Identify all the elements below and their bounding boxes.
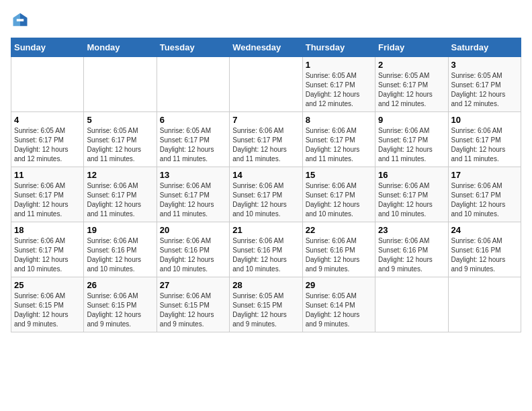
day-number: 29 bbox=[306, 280, 372, 290]
calendar-cell: 18Sunrise: 6:06 AM Sunset: 6:17 PM Dayli… bbox=[11, 222, 84, 277]
calendar-cell: 24Sunrise: 6:06 AM Sunset: 6:16 PM Dayli… bbox=[448, 222, 521, 277]
day-number: 11 bbox=[14, 170, 81, 180]
calendar-cell: 6Sunrise: 6:05 AM Sunset: 6:17 PM Daylig… bbox=[157, 112, 229, 167]
day-info: Sunrise: 6:05 AM Sunset: 6:17 PM Dayligh… bbox=[378, 71, 445, 109]
day-number: 6 bbox=[160, 115, 226, 125]
day-info: Sunrise: 6:06 AM Sunset: 6:16 PM Dayligh… bbox=[87, 236, 153, 274]
column-header-thursday: Thursday bbox=[302, 38, 375, 57]
day-number: 20 bbox=[160, 225, 226, 235]
day-info: Sunrise: 6:05 AM Sunset: 6:17 PM Dayligh… bbox=[87, 126, 153, 164]
day-number: 26 bbox=[87, 280, 153, 290]
calendar-cell: 5Sunrise: 6:05 AM Sunset: 6:17 PM Daylig… bbox=[84, 112, 157, 167]
calendar-cell bbox=[375, 277, 448, 332]
day-number: 13 bbox=[160, 170, 226, 180]
calendar-week-row: 1Sunrise: 6:05 AM Sunset: 6:17 PM Daylig… bbox=[11, 57, 521, 112]
calendar-cell: 14Sunrise: 6:06 AM Sunset: 6:17 PM Dayli… bbox=[230, 167, 302, 222]
calendar-cell: 29Sunrise: 6:05 AM Sunset: 6:14 PM Dayli… bbox=[302, 277, 375, 332]
day-info: Sunrise: 6:06 AM Sunset: 6:17 PM Dayligh… bbox=[378, 126, 445, 164]
day-number: 21 bbox=[232, 225, 299, 235]
day-info: Sunrise: 6:05 AM Sunset: 6:15 PM Dayligh… bbox=[232, 291, 299, 329]
day-number: 23 bbox=[378, 225, 445, 235]
calendar-cell: 19Sunrise: 6:06 AM Sunset: 6:16 PM Dayli… bbox=[84, 222, 157, 277]
day-number: 28 bbox=[232, 280, 299, 290]
day-number: 19 bbox=[87, 225, 153, 235]
calendar-cell: 25Sunrise: 6:06 AM Sunset: 6:15 PM Dayli… bbox=[11, 277, 84, 332]
day-info: Sunrise: 6:06 AM Sunset: 6:17 PM Dayligh… bbox=[306, 126, 372, 164]
calendar-cell: 15Sunrise: 6:06 AM Sunset: 6:17 PM Dayli… bbox=[302, 167, 375, 222]
column-header-monday: Monday bbox=[84, 38, 157, 57]
day-info: Sunrise: 6:06 AM Sunset: 6:15 PM Dayligh… bbox=[87, 291, 153, 329]
calendar-cell: 13Sunrise: 6:06 AM Sunset: 6:17 PM Dayli… bbox=[157, 167, 229, 222]
logo bbox=[11, 11, 32, 30]
svg-marker-1 bbox=[13, 13, 21, 26]
logo-icon bbox=[11, 11, 30, 30]
day-info: Sunrise: 6:06 AM Sunset: 6:15 PM Dayligh… bbox=[14, 291, 81, 329]
calendar-cell: 26Sunrise: 6:06 AM Sunset: 6:15 PM Dayli… bbox=[84, 277, 157, 332]
calendar-cell: 9Sunrise: 6:06 AM Sunset: 6:17 PM Daylig… bbox=[375, 112, 448, 167]
day-info: Sunrise: 6:05 AM Sunset: 6:17 PM Dayligh… bbox=[14, 126, 81, 164]
calendar-cell: 3Sunrise: 6:05 AM Sunset: 6:17 PM Daylig… bbox=[448, 57, 521, 112]
calendar-week-row: 4Sunrise: 6:05 AM Sunset: 6:17 PM Daylig… bbox=[11, 112, 521, 167]
day-number: 15 bbox=[306, 170, 372, 180]
calendar-cell: 1Sunrise: 6:05 AM Sunset: 6:17 PM Daylig… bbox=[302, 57, 375, 112]
calendar-cell bbox=[11, 57, 84, 112]
column-header-friday: Friday bbox=[375, 38, 448, 57]
day-number: 24 bbox=[451, 225, 518, 235]
day-number: 5 bbox=[87, 115, 153, 125]
calendar-cell: 12Sunrise: 6:06 AM Sunset: 6:17 PM Dayli… bbox=[84, 167, 157, 222]
column-header-sunday: Sunday bbox=[11, 38, 84, 57]
day-number: 2 bbox=[378, 60, 445, 70]
day-info: Sunrise: 6:06 AM Sunset: 6:17 PM Dayligh… bbox=[451, 126, 518, 164]
calendar-header-row: SundayMondayTuesdayWednesdayThursdayFrid… bbox=[11, 38, 521, 57]
day-info: Sunrise: 6:06 AM Sunset: 6:17 PM Dayligh… bbox=[451, 181, 518, 219]
day-info: Sunrise: 6:06 AM Sunset: 6:17 PM Dayligh… bbox=[14, 181, 81, 219]
calendar-cell bbox=[448, 277, 521, 332]
day-number: 10 bbox=[451, 115, 518, 125]
day-info: Sunrise: 6:06 AM Sunset: 6:17 PM Dayligh… bbox=[160, 181, 226, 219]
calendar-cell bbox=[157, 57, 229, 112]
calendar-cell: 10Sunrise: 6:06 AM Sunset: 6:17 PM Dayli… bbox=[448, 112, 521, 167]
column-header-tuesday: Tuesday bbox=[157, 38, 229, 57]
calendar-cell: 21Sunrise: 6:06 AM Sunset: 6:16 PM Dayli… bbox=[230, 222, 302, 277]
day-info: Sunrise: 6:06 AM Sunset: 6:16 PM Dayligh… bbox=[306, 236, 372, 274]
calendar-cell: 23Sunrise: 6:06 AM Sunset: 6:16 PM Dayli… bbox=[375, 222, 448, 277]
calendar-cell: 8Sunrise: 6:06 AM Sunset: 6:17 PM Daylig… bbox=[302, 112, 375, 167]
day-number: 14 bbox=[232, 170, 299, 180]
day-info: Sunrise: 6:06 AM Sunset: 6:15 PM Dayligh… bbox=[160, 291, 226, 329]
day-info: Sunrise: 6:06 AM Sunset: 6:16 PM Dayligh… bbox=[160, 236, 226, 274]
calendar-cell: 28Sunrise: 6:05 AM Sunset: 6:15 PM Dayli… bbox=[230, 277, 302, 332]
calendar-cell: 20Sunrise: 6:06 AM Sunset: 6:16 PM Dayli… bbox=[157, 222, 229, 277]
day-info: Sunrise: 6:05 AM Sunset: 6:14 PM Dayligh… bbox=[306, 291, 372, 329]
day-info: Sunrise: 6:06 AM Sunset: 6:16 PM Dayligh… bbox=[232, 236, 299, 274]
calendar-table: SundayMondayTuesdayWednesdayThursdayFrid… bbox=[11, 38, 521, 332]
calendar-week-row: 25Sunrise: 6:06 AM Sunset: 6:15 PM Dayli… bbox=[11, 277, 521, 332]
day-info: Sunrise: 6:06 AM Sunset: 6:17 PM Dayligh… bbox=[306, 181, 372, 219]
day-number: 1 bbox=[306, 60, 372, 70]
day-number: 9 bbox=[378, 115, 445, 125]
day-info: Sunrise: 6:05 AM Sunset: 6:17 PM Dayligh… bbox=[160, 126, 226, 164]
day-number: 4 bbox=[14, 115, 81, 125]
calendar-cell bbox=[230, 57, 302, 112]
day-number: 12 bbox=[87, 170, 153, 180]
day-number: 16 bbox=[378, 170, 445, 180]
day-number: 18 bbox=[14, 225, 81, 235]
day-info: Sunrise: 6:06 AM Sunset: 6:17 PM Dayligh… bbox=[232, 126, 299, 164]
calendar-cell: 7Sunrise: 6:06 AM Sunset: 6:17 PM Daylig… bbox=[230, 112, 302, 167]
calendar-cell: 2Sunrise: 6:05 AM Sunset: 6:17 PM Daylig… bbox=[375, 57, 448, 112]
day-number: 27 bbox=[160, 280, 226, 290]
calendar-cell: 22Sunrise: 6:06 AM Sunset: 6:16 PM Dayli… bbox=[302, 222, 375, 277]
day-info: Sunrise: 6:06 AM Sunset: 6:17 PM Dayligh… bbox=[14, 236, 81, 274]
calendar-cell: 17Sunrise: 6:06 AM Sunset: 6:17 PM Dayli… bbox=[448, 167, 521, 222]
day-info: Sunrise: 6:05 AM Sunset: 6:17 PM Dayligh… bbox=[451, 71, 518, 109]
day-info: Sunrise: 6:06 AM Sunset: 6:16 PM Dayligh… bbox=[378, 236, 445, 274]
column-header-wednesday: Wednesday bbox=[230, 38, 302, 57]
day-info: Sunrise: 6:06 AM Sunset: 6:16 PM Dayligh… bbox=[451, 236, 518, 274]
calendar-cell: 27Sunrise: 6:06 AM Sunset: 6:15 PM Dayli… bbox=[157, 277, 229, 332]
day-info: Sunrise: 6:06 AM Sunset: 6:17 PM Dayligh… bbox=[87, 181, 153, 219]
day-number: 7 bbox=[232, 115, 299, 125]
calendar-week-row: 11Sunrise: 6:06 AM Sunset: 6:17 PM Dayli… bbox=[11, 167, 521, 222]
calendar-cell: 11Sunrise: 6:06 AM Sunset: 6:17 PM Dayli… bbox=[11, 167, 84, 222]
calendar-cell: 4Sunrise: 6:05 AM Sunset: 6:17 PM Daylig… bbox=[11, 112, 84, 167]
calendar-cell bbox=[84, 57, 157, 112]
day-number: 3 bbox=[451, 60, 518, 70]
